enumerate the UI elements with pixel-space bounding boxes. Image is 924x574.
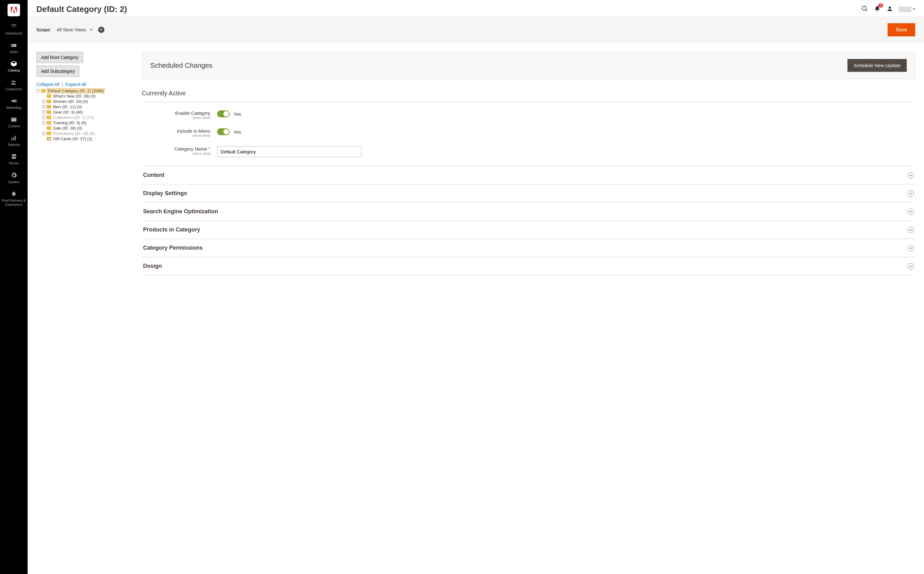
accordion-title: Products in Category xyxy=(143,227,200,233)
tree-expand-icon[interactable]: + xyxy=(42,116,46,119)
chevron-down-icon xyxy=(908,191,914,197)
tree-node[interactable]: Collections (ID: 7) (13) xyxy=(52,115,95,120)
nav-sales[interactable]: Sales xyxy=(0,39,28,57)
svg-point-3 xyxy=(14,81,16,82)
folder-icon xyxy=(47,121,51,125)
user-dropdown[interactable] xyxy=(899,6,915,12)
nav-label: Find Partners & Extensions xyxy=(1,199,26,207)
accordion-section[interactable]: Design xyxy=(142,257,915,275)
tree-collapse-icon[interactable]: − xyxy=(36,89,40,93)
enable-category-label: Enable Category xyxy=(175,110,210,116)
tree-node[interactable]: Training (ID: 9) (6) xyxy=(52,120,87,125)
nav-dashboard[interactable]: Dashboard xyxy=(0,20,28,39)
accordion-section[interactable]: Search Engine Optimization xyxy=(142,203,915,221)
nav-catalog[interactable]: Catalog xyxy=(0,57,28,76)
page-header: Default Category (ID: 2) 4 xyxy=(28,0,924,17)
folder-icon xyxy=(41,89,46,93)
accordion-title: Design xyxy=(143,263,162,270)
nav-label: Marketing xyxy=(6,106,21,110)
currently-active-title: Currently Active xyxy=(142,90,915,97)
nav-label: Catalog xyxy=(8,68,20,73)
tree-expand-icon[interactable]: + xyxy=(42,121,46,125)
folder-icon xyxy=(47,126,51,130)
accordion-section[interactable]: Display Settings xyxy=(142,184,915,203)
tree-node[interactable]: Women (ID: 20) (0) xyxy=(52,99,88,104)
tree-node[interactable]: Gear (ID: 3) (46) xyxy=(52,110,84,115)
save-button[interactable]: Save xyxy=(888,23,915,36)
search-icon[interactable] xyxy=(861,5,868,13)
nav-label: Stores xyxy=(9,161,19,165)
tree-spacer xyxy=(42,126,46,130)
page-title: Default Category (ID: 2) xyxy=(36,5,127,14)
chevron-down-icon xyxy=(908,263,914,270)
accordion-section[interactable]: Content xyxy=(142,166,915,184)
folder-icon xyxy=(47,105,51,109)
nav-system[interactable]: System xyxy=(0,169,28,187)
include-in-menu-toggle[interactable] xyxy=(217,128,230,135)
tree-node-root[interactable]: Default Category (ID: 2) (2048) xyxy=(47,88,104,93)
enable-category-toggle[interactable] xyxy=(217,110,230,117)
nav-stores[interactable]: Stores xyxy=(0,150,28,169)
svg-rect-6 xyxy=(12,138,13,140)
svg-rect-1 xyxy=(12,45,14,46)
add-root-category-button[interactable]: Add Root Category xyxy=(36,52,83,63)
tree-expand-icon[interactable]: + xyxy=(42,100,46,103)
admin-sidebar: Dashboard Sales Catalog Customers Market… xyxy=(0,0,28,284)
nav-content[interactable]: Content xyxy=(0,113,28,131)
accordion-title: Display Settings xyxy=(143,190,187,197)
tree-spacer xyxy=(42,137,46,140)
separator: | xyxy=(62,82,63,87)
svg-rect-7 xyxy=(13,137,14,140)
category-tree: − Default Category (ID: 2) (2048) What's… xyxy=(36,88,134,142)
user-icon[interactable] xyxy=(886,5,893,13)
chevron-down-icon xyxy=(908,227,914,233)
scheduled-changes-title: Scheduled Changes xyxy=(150,62,213,69)
scope-label: Scope: xyxy=(36,27,51,32)
nav-label: Dashboard xyxy=(5,32,22,35)
accordion-section[interactable]: Category Permissions xyxy=(142,239,915,257)
nav-label: Sales xyxy=(9,50,18,54)
chevron-down-icon xyxy=(908,245,914,251)
tree-node[interactable]: What's New (ID: 39) (0) xyxy=(52,94,96,98)
accordion-title: Search Engine Optimization xyxy=(143,208,218,215)
include-in-menu-label: Include in Menu xyxy=(177,128,210,134)
nav-partners[interactable]: Find Partners & Extensions xyxy=(0,187,28,210)
tree-node[interactable]: Men (ID: 11) (0) xyxy=(52,104,82,109)
nav-reports[interactable]: Reports xyxy=(0,131,28,150)
category-name-label: Category Name xyxy=(175,146,207,151)
svg-rect-0 xyxy=(11,44,17,47)
chevron-down-icon xyxy=(913,8,915,10)
adobe-logo[interactable] xyxy=(8,4,20,16)
tree-node[interactable]: Promotions (ID: 29) (0) xyxy=(52,131,95,136)
folder-icon xyxy=(47,95,51,98)
add-subcategory-button[interactable]: Add Subcategory xyxy=(36,66,79,77)
accordion-section[interactable]: Products in Category xyxy=(142,221,915,239)
scope-select[interactable]: All Store Views xyxy=(57,27,93,32)
nav-marketing[interactable]: Marketing xyxy=(0,95,28,113)
expand-all-link[interactable]: Expand All xyxy=(66,82,86,87)
chevron-down-icon xyxy=(908,208,914,215)
folder-icon xyxy=(47,100,51,103)
schedule-new-update-button[interactable]: Schedule New Update xyxy=(847,59,907,72)
nav-label: Reports xyxy=(8,143,20,147)
scope-hint: [store view] xyxy=(142,151,210,155)
svg-rect-8 xyxy=(15,136,16,140)
help-icon[interactable]: ? xyxy=(98,27,104,33)
notifications-icon[interactable]: 4 xyxy=(874,5,881,13)
collapse-all-link[interactable]: Collapse All xyxy=(36,82,59,87)
folder-icon xyxy=(47,110,51,114)
scope-bar: Scope: All Store Views ? Save xyxy=(28,17,924,43)
tree-expand-icon[interactable]: + xyxy=(42,132,46,135)
tree-expand-icon[interactable]: + xyxy=(42,105,46,109)
accordion-title: Content xyxy=(143,172,164,178)
tree-node[interactable]: Gift Cards (ID: 37) (2) xyxy=(52,136,93,141)
folder-search-icon xyxy=(47,137,51,140)
nav-label: Content xyxy=(8,124,20,128)
svg-rect-5 xyxy=(11,118,17,118)
tree-expand-icon[interactable]: + xyxy=(42,110,46,114)
category-name-input[interactable] xyxy=(217,146,361,157)
tree-node[interactable]: Sale (ID: 38) (0) xyxy=(52,126,82,131)
chevron-down-icon xyxy=(90,29,93,31)
nav-customers[interactable]: Customers xyxy=(0,76,28,95)
chevron-down-icon xyxy=(908,172,914,178)
